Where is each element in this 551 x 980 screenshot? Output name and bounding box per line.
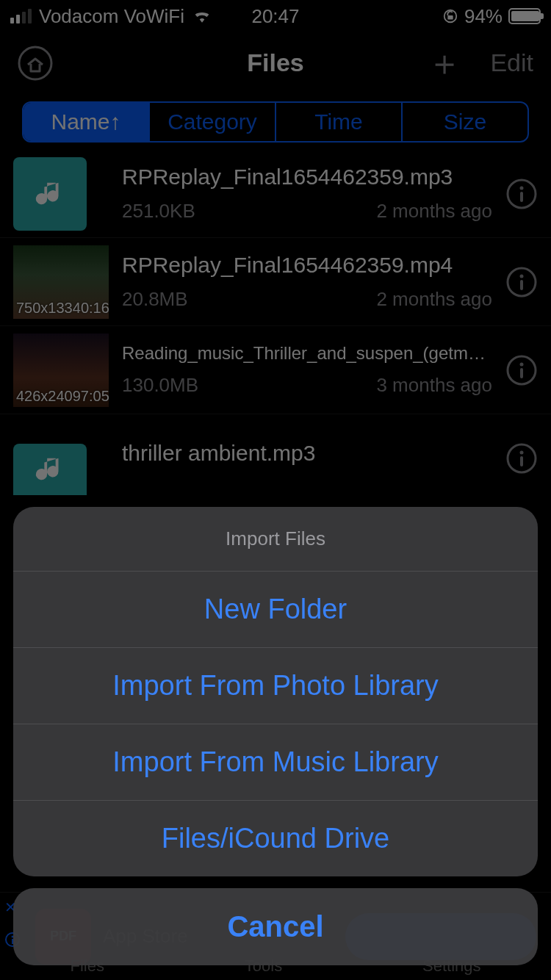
sheet-new-folder[interactable]: New Folder bbox=[13, 572, 538, 648]
sheet-import-music[interactable]: Import From Music Library bbox=[13, 724, 538, 801]
sheet-files-icloud[interactable]: Files/iCound Drive bbox=[13, 801, 538, 876]
sheet-cancel[interactable]: Cancel bbox=[13, 888, 538, 965]
action-sheet: Import Files New Folder Import From Phot… bbox=[13, 507, 538, 965]
sheet-import-photo[interactable]: Import From Photo Library bbox=[13, 648, 538, 724]
sheet-title: Import Files bbox=[13, 507, 538, 572]
